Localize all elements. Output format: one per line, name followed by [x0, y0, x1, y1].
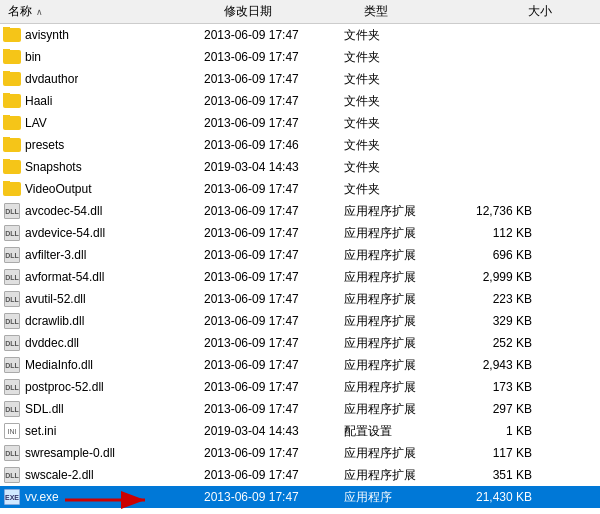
file-date-cell: 2013-06-09 17:47 [200, 468, 340, 482]
file-icon: EXE [2, 489, 22, 505]
file-name-cell: bin [0, 49, 200, 65]
file-name-text: MediaInfo.dll [25, 358, 93, 372]
file-name-text: LAV [25, 116, 47, 130]
file-name-text: avformat-54.dll [25, 270, 104, 284]
list-item[interactable]: DLL SDL.dll 2013-06-09 17:47 应用程序扩展 297 … [0, 398, 600, 420]
file-icon: DLL [2, 269, 22, 285]
file-type-cell: 文件夹 [340, 49, 450, 66]
file-icon: INI [2, 423, 22, 439]
file-date-cell: 2013-06-09 17:47 [200, 446, 340, 460]
file-name-text: presets [25, 138, 64, 152]
list-item[interactable]: DLL avformat-54.dll 2013-06-09 17:47 应用程… [0, 266, 600, 288]
file-size-cell: 2,999 KB [450, 270, 540, 284]
file-size-cell: 297 KB [450, 402, 540, 416]
file-name-cell: DLL swresample-0.dll [0, 445, 200, 461]
file-name-cell: LAV [0, 115, 200, 131]
file-type-cell: 应用程序扩展 [340, 445, 450, 462]
list-item[interactable]: EXE vv.exe 2013-06-09 17:47 应用程序 21,430 … [0, 486, 600, 508]
file-name-cell: EXE vv.exe [0, 489, 200, 505]
file-icon: DLL [2, 335, 22, 351]
file-name-cell: VideoOutput [0, 181, 200, 197]
file-date-cell: 2019-03-04 14:43 [200, 424, 340, 438]
list-item[interactable]: DLL dvddec.dll 2013-06-09 17:47 应用程序扩展 2… [0, 332, 600, 354]
file-name-text: dvddec.dll [25, 336, 79, 350]
list-item[interactable]: Haali 2013-06-09 17:47 文件夹 [0, 90, 600, 112]
file-date-cell: 2013-06-09 17:47 [200, 248, 340, 262]
file-type-cell: 应用程序扩展 [340, 247, 450, 264]
file-name-cell: DLL avcodec-54.dll [0, 203, 200, 219]
list-item[interactable]: LAV 2013-06-09 17:47 文件夹 [0, 112, 600, 134]
file-type-cell: 应用程序扩展 [340, 357, 450, 374]
file-type-cell: 应用程序扩展 [340, 379, 450, 396]
list-item[interactable]: dvdauthor 2013-06-09 17:47 文件夹 [0, 68, 600, 90]
file-date-cell: 2013-06-09 17:47 [200, 116, 340, 130]
list-item[interactable]: INI set.ini 2019-03-04 14:43 配置设置 1 KB [0, 420, 600, 442]
list-item[interactable]: Snapshots 2019-03-04 14:43 文件夹 [0, 156, 600, 178]
file-size-cell: 21,430 KB [450, 490, 540, 504]
file-name-text: avdevice-54.dll [25, 226, 105, 240]
file-name-text: avcodec-54.dll [25, 204, 102, 218]
file-type-cell: 配置设置 [340, 423, 450, 440]
file-size-cell: 351 KB [450, 468, 540, 482]
file-date-cell: 2013-06-09 17:47 [200, 336, 340, 350]
file-date-cell: 2019-03-04 14:43 [200, 160, 340, 174]
file-date-cell: 2013-06-09 17:47 [200, 402, 340, 416]
col-date-header[interactable]: 修改日期 [220, 3, 360, 20]
col-name-header[interactable]: 名称 ∧ [0, 3, 220, 20]
file-name-cell: DLL MediaInfo.dll [0, 357, 200, 373]
file-type-cell: 应用程序扩展 [340, 203, 450, 220]
file-size-cell: 2,943 KB [450, 358, 540, 372]
file-date-cell: 2013-06-09 17:47 [200, 28, 340, 42]
list-item[interactable]: VideoOutput 2013-06-09 17:47 文件夹 [0, 178, 600, 200]
file-name-cell: DLL SDL.dll [0, 401, 200, 417]
file-type-cell: 文件夹 [340, 93, 450, 110]
file-date-cell: 2013-06-09 17:47 [200, 94, 340, 108]
file-name-cell: Snapshots [0, 159, 200, 175]
list-item[interactable]: DLL avcodec-54.dll 2013-06-09 17:47 应用程序… [0, 200, 600, 222]
file-name-text: swscale-2.dll [25, 468, 94, 482]
list-item[interactable]: DLL postproc-52.dll 2013-06-09 17:47 应用程… [0, 376, 600, 398]
file-name-text: Haali [25, 94, 52, 108]
file-icon: DLL [2, 445, 22, 461]
file-icon: DLL [2, 357, 22, 373]
sort-arrow-icon: ∧ [36, 7, 43, 17]
file-size-cell: 252 KB [450, 336, 540, 350]
file-name-cell: presets [0, 137, 200, 153]
file-type-cell: 应用程序扩展 [340, 335, 450, 352]
file-type-cell: 应用程序扩展 [340, 467, 450, 484]
file-size-cell: 173 KB [450, 380, 540, 394]
file-name-text: swresample-0.dll [25, 446, 115, 460]
col-size-header[interactable]: 大小 [470, 3, 560, 20]
file-name-text: set.ini [25, 424, 56, 438]
col-name-label: 名称 [8, 3, 32, 20]
file-icon: DLL [2, 203, 22, 219]
list-item[interactable]: DLL swresample-0.dll 2013-06-09 17:47 应用… [0, 442, 600, 464]
file-date-cell: 2013-06-09 17:47 [200, 380, 340, 394]
list-item[interactable]: presets 2013-06-09 17:46 文件夹 [0, 134, 600, 156]
file-type-cell: 应用程序扩展 [340, 225, 450, 242]
file-type-cell: 文件夹 [340, 115, 450, 132]
file-size-cell: 117 KB [450, 446, 540, 460]
list-item[interactable]: bin 2013-06-09 17:47 文件夹 [0, 46, 600, 68]
file-name-text: VideoOutput [25, 182, 92, 196]
file-type-cell: 文件夹 [340, 137, 450, 154]
list-item[interactable]: DLL MediaInfo.dll 2013-06-09 17:47 应用程序扩… [0, 354, 600, 376]
file-explorer: 名称 ∧ 修改日期 类型 大小 avisynth 2013-06-09 17:4… [0, 0, 600, 514]
file-date-cell: 2013-06-09 17:47 [200, 72, 340, 86]
file-icon: DLL [2, 401, 22, 417]
list-item[interactable]: DLL swscale-2.dll 2013-06-09 17:47 应用程序扩… [0, 464, 600, 486]
file-name-cell: Haali [0, 93, 200, 109]
col-type-header[interactable]: 类型 [360, 3, 470, 20]
list-item[interactable]: avisynth 2013-06-09 17:47 文件夹 [0, 24, 600, 46]
list-item[interactable]: DLL dcrawlib.dll 2013-06-09 17:47 应用程序扩展… [0, 310, 600, 332]
list-item[interactable]: DLL avutil-52.dll 2013-06-09 17:47 应用程序扩… [0, 288, 600, 310]
list-item[interactable]: DLL avdevice-54.dll 2013-06-09 17:47 应用程… [0, 222, 600, 244]
list-item[interactable]: DLL avfilter-3.dll 2013-06-09 17:47 应用程序… [0, 244, 600, 266]
file-name-cell: INI set.ini [0, 423, 200, 439]
file-name-text: Snapshots [25, 160, 82, 174]
file-icon: DLL [2, 225, 22, 241]
file-size-cell: 223 KB [450, 292, 540, 306]
file-size-cell: 1 KB [450, 424, 540, 438]
file-icon: DLL [2, 291, 22, 307]
file-name-cell: DLL swscale-2.dll [0, 467, 200, 483]
